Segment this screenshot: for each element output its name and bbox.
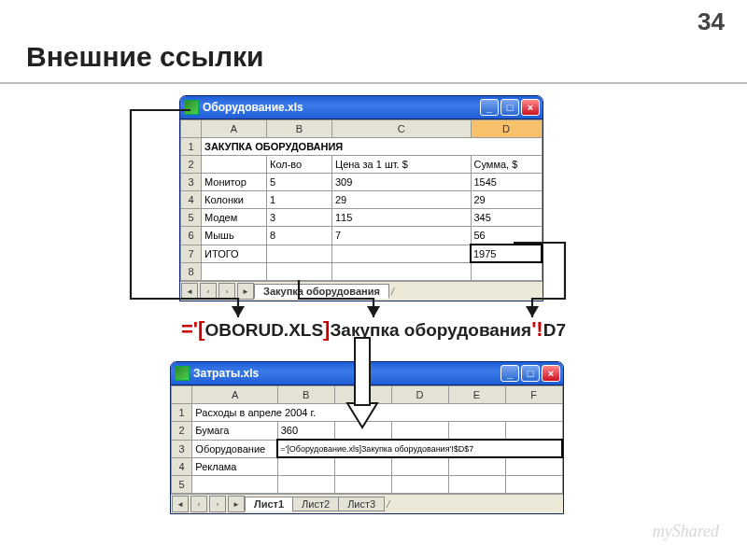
cell[interactable]: 309 — [332, 174, 472, 191]
col-e[interactable]: E — [448, 386, 505, 404]
row-2[interactable]: 2 — [181, 156, 202, 174]
sheet-tab[interactable]: Лист1 — [245, 497, 293, 511]
cell[interactable]: Оборудование — [192, 440, 277, 457]
col-d[interactable]: D — [391, 386, 448, 404]
last-sheet-button[interactable]: ► — [228, 496, 245, 512]
first-sheet-button[interactable]: ◄ — [172, 496, 189, 512]
window-title: Оборудование.xls — [203, 101, 480, 114]
next-sheet-button[interactable]: › — [209, 496, 226, 512]
cell[interactable]: Модем — [202, 209, 267, 227]
maximize-button[interactable]: □ — [521, 365, 540, 382]
header-cell[interactable]: Расходы в апреле 2004 г. — [192, 404, 562, 422]
cell[interactable]: Мышь — [202, 227, 267, 245]
excel-icon — [175, 366, 190, 381]
cell[interactable]: 29 — [471, 191, 542, 209]
row-1[interactable]: 1 — [172, 404, 192, 422]
cell[interactable]: Реклама — [192, 457, 277, 476]
sheet-tab-bar: ◄ ‹ › ► Закупка оборудования / — [180, 281, 543, 301]
cell-d7[interactable]: 1975 — [471, 245, 542, 262]
minimize-button[interactable]: _ — [480, 99, 499, 116]
row-1[interactable]: 1 — [181, 138, 202, 156]
titlebar: Затраты.xls _ □ × — [171, 362, 563, 385]
cell[interactable]: 345 — [471, 209, 542, 227]
cell[interactable]: 115 — [332, 209, 472, 227]
excel-window-oborud: Оборудование.xls _ □ × A B C D 1ЗАКУПКА … — [179, 95, 543, 301]
cell[interactable]: 56 — [471, 227, 542, 245]
col-d[interactable]: D — [471, 120, 542, 138]
row-4[interactable]: 4 — [181, 191, 202, 209]
row-3[interactable]: 3 — [172, 440, 192, 457]
first-sheet-button[interactable]: ◄ — [181, 283, 198, 300]
slide-title: Внешние ссылки — [26, 41, 264, 73]
worksheet[interactable]: A B C D E F 1Расходы в апреле 2004 г. 2Б… — [171, 385, 563, 494]
cell[interactable]: 3 — [267, 209, 332, 227]
col-c[interactable]: C — [332, 120, 472, 138]
titlebar: Оборудование.xls _ □ × — [180, 96, 543, 119]
divider — [0, 82, 747, 84]
cell[interactable]: Сумма, $ — [471, 156, 542, 174]
row-5[interactable]: 5 — [172, 476, 192, 494]
row-7[interactable]: 7 — [181, 245, 202, 262]
header-cell[interactable]: ЗАКУПКА ОБОРУДОВАНИЯ — [202, 138, 543, 156]
sheet-tab[interactable]: Закупка оборудования — [254, 284, 389, 299]
row-8[interactable]: 8 — [181, 262, 202, 281]
svg-marker-2 — [526, 306, 539, 317]
prev-sheet-button[interactable]: ‹ — [190, 496, 207, 512]
cell[interactable]: Бумага — [192, 422, 277, 441]
cell[interactable]: 360 — [277, 422, 334, 441]
cell[interactable]: ИТОГО — [202, 245, 267, 262]
window-title: Затраты.xls — [193, 367, 500, 380]
minimize-button[interactable]: _ — [500, 365, 519, 382]
cell[interactable]: Кол-во — [267, 156, 332, 174]
col-f[interactable]: F — [505, 386, 562, 404]
formula-banner: ='[OBORUD.XLS]Закупка оборудования'!D7 — [0, 317, 747, 342]
cell[interactable]: 8 — [267, 227, 332, 245]
cell[interactable]: 1 — [267, 191, 332, 209]
cell[interactable]: Монитор — [202, 174, 267, 191]
col-b[interactable]: B — [277, 386, 334, 404]
corner-cell[interactable] — [181, 120, 202, 138]
row-4[interactable]: 4 — [172, 457, 192, 476]
close-button[interactable]: × — [542, 365, 560, 382]
col-b[interactable]: B — [267, 120, 332, 138]
maximize-button[interactable]: □ — [500, 99, 519, 116]
col-c[interactable]: C — [334, 386, 391, 404]
cell[interactable]: 7 — [332, 227, 472, 245]
cell-formula[interactable]: ='[Оборудование.xls]Закупка оборудования… — [277, 440, 562, 457]
svg-marker-1 — [367, 306, 380, 317]
corner-cell[interactable] — [172, 386, 192, 404]
cell[interactable]: Колонки — [202, 191, 267, 209]
row-2[interactable]: 2 — [172, 422, 192, 441]
sheet-tab[interactable]: Лист3 — [338, 497, 385, 511]
svg-marker-0 — [232, 306, 245, 317]
excel-icon — [184, 100, 199, 115]
next-sheet-button[interactable]: › — [218, 283, 235, 300]
cell[interactable]: Цена за 1 шт. $ — [332, 156, 472, 174]
excel-window-zatraty: Затраты.xls _ □ × A B C D E F 1Расходы в… — [170, 361, 564, 514]
watermark: myShared — [653, 522, 719, 541]
cell[interactable]: 1545 — [471, 174, 542, 191]
sheet-tab-bar: ◄ ‹ › ► Лист1 Лист2 Лист3 / — [171, 494, 563, 513]
slide-number: 34 — [698, 7, 725, 36]
worksheet[interactable]: A B C D 1ЗАКУПКА ОБОРУДОВАНИЯ 2Кол-воЦен… — [180, 119, 543, 281]
col-a[interactable]: A — [192, 386, 277, 404]
prev-sheet-button[interactable]: ‹ — [200, 283, 217, 300]
last-sheet-button[interactable]: ► — [237, 283, 254, 300]
col-a[interactable]: A — [202, 120, 267, 138]
row-6[interactable]: 6 — [181, 227, 202, 245]
cell[interactable]: 29 — [332, 191, 472, 209]
row-3[interactable]: 3 — [181, 174, 202, 191]
cell[interactable]: 5 — [267, 174, 332, 191]
row-5[interactable]: 5 — [181, 209, 202, 227]
close-button[interactable]: × — [521, 99, 540, 116]
sheet-tab[interactable]: Лист2 — [292, 497, 339, 511]
